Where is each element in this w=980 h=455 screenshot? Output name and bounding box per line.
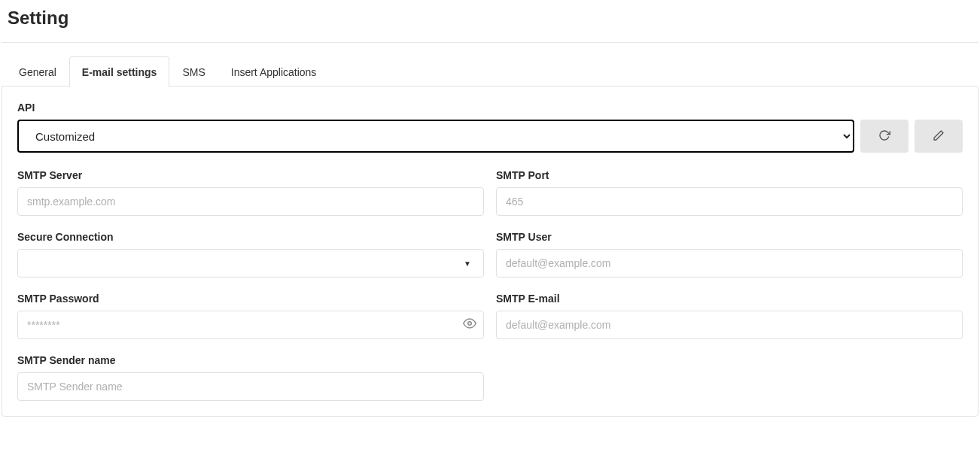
secure-connection-select[interactable]: ▼ bbox=[17, 249, 484, 278]
smtp-email-label: SMTP E-mail bbox=[496, 293, 963, 305]
smtp-user-input[interactable] bbox=[496, 249, 963, 278]
edit-button[interactable] bbox=[915, 120, 963, 153]
svg-point-0 bbox=[468, 322, 472, 326]
api-row: Customized bbox=[17, 120, 963, 153]
smtp-sender-name-label: SMTP Sender name bbox=[17, 354, 484, 366]
pencil-icon bbox=[933, 129, 945, 144]
caret-down-icon: ▼ bbox=[464, 259, 471, 268]
api-select[interactable]: Customized bbox=[17, 120, 854, 153]
smtp-sender-name-input[interactable] bbox=[17, 372, 484, 401]
secure-connection-label: Secure Connection bbox=[17, 231, 484, 243]
tab-sms[interactable]: SMS bbox=[169, 56, 218, 87]
smtp-user-label: SMTP User bbox=[496, 231, 963, 243]
smtp-email-input[interactable] bbox=[496, 311, 963, 339]
smtp-port-input[interactable] bbox=[496, 187, 963, 216]
smtp-password-label: SMTP Password bbox=[17, 293, 484, 305]
eye-icon bbox=[463, 317, 476, 333]
tab-insert-applications[interactable]: Insert Applications bbox=[218, 56, 330, 87]
tabs: General E-mail settings SMS Insert Appli… bbox=[2, 56, 978, 87]
settings-panel: API Customized SMTP Server SMTP Port Sec… bbox=[2, 86, 978, 417]
smtp-port-label: SMTP Port bbox=[496, 169, 963, 181]
tab-general[interactable]: General bbox=[6, 56, 69, 87]
toggle-password-button[interactable] bbox=[463, 317, 476, 333]
smtp-password-input[interactable] bbox=[17, 311, 484, 339]
api-label: API bbox=[17, 102, 963, 114]
refresh-button[interactable] bbox=[860, 120, 908, 153]
divider bbox=[2, 42, 978, 43]
smtp-server-label: SMTP Server bbox=[17, 169, 484, 181]
smtp-server-input[interactable] bbox=[17, 187, 484, 216]
page-title: Setting bbox=[8, 8, 978, 29]
tab-email-settings[interactable]: E-mail settings bbox=[69, 56, 170, 87]
form-grid: SMTP Server SMTP Port Secure Connection … bbox=[17, 169, 963, 401]
refresh-icon bbox=[878, 129, 890, 144]
